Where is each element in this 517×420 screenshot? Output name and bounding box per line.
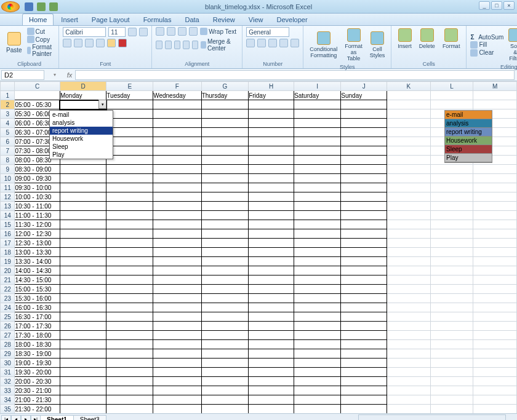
fx-icon[interactable]: fx [64,71,75,79]
row-header[interactable]: 9 [1,165,15,174]
data-cell[interactable] [201,202,249,211]
data-cell[interactable] [294,275,341,285]
data-cell[interactable] [249,294,294,303]
data-cell[interactable] [294,156,341,165]
time-slot-cell[interactable]: 13:30 - 14:00 [15,257,60,266]
data-cell[interactable] [249,202,294,211]
font-color-icon[interactable] [118,39,127,47]
data-cell[interactable] [294,331,341,340]
column-header[interactable]: H [249,82,294,91]
row-header[interactable]: 16 [1,229,15,239]
tab-review[interactable]: Review [207,14,241,25]
data-cell[interactable] [60,239,106,248]
data-cell[interactable] [106,303,153,312]
data-cell[interactable] [249,146,294,156]
data-cell[interactable] [249,239,294,248]
data-cell[interactable] [249,248,294,257]
data-cell[interactable] [106,128,153,137]
sheet-tab-sheet3[interactable]: Sheet3 [73,415,106,421]
data-cell[interactable] [249,349,294,359]
data-cell[interactable] [249,119,294,128]
row-header[interactable]: 27 [1,331,15,340]
data-cell[interactable] [341,395,387,405]
data-cell[interactable] [201,239,249,248]
data-cell[interactable] [294,266,341,275]
data-cell[interactable] [341,359,387,368]
data-cell[interactable] [341,239,387,248]
row-header[interactable]: 32 [1,377,15,386]
data-cell[interactable] [341,211,387,220]
data-cell[interactable] [294,211,341,220]
redo-icon[interactable] [49,2,58,11]
data-cell[interactable] [294,294,341,303]
data-cell[interactable] [60,349,106,359]
data-cell[interactable] [294,220,341,229]
data-cell[interactable] [249,285,294,294]
worksheet-area[interactable]: CDEFGHIJKLM1MondayTuesdayWednesdayThursd… [0,81,517,413]
data-cell[interactable] [153,100,201,109]
orientation-icon[interactable] [189,27,198,36]
column-header[interactable]: K [387,82,430,91]
data-cell[interactable] [106,322,153,331]
data-cell[interactable] [153,275,201,285]
data-cell[interactable] [201,405,249,414]
column-header[interactable]: E [106,82,153,91]
dropdown-option[interactable]: report writing [50,127,113,135]
row-header[interactable]: 31 [1,368,15,377]
data-cell[interactable] [106,275,153,285]
data-cell[interactable] [294,322,341,331]
data-cell[interactable] [249,156,294,165]
formula-bar[interactable] [75,70,515,80]
row-header[interactable]: 8 [1,156,15,165]
data-cell[interactable] [341,405,387,414]
data-cell[interactable] [106,229,153,239]
column-header[interactable]: L [430,82,473,91]
minimize-button[interactable]: _ [479,1,490,10]
data-cell[interactable] [106,156,153,165]
data-cell[interactable] [153,174,201,183]
data-cell[interactable] [60,202,106,211]
tab-insert[interactable]: Insert [55,14,84,25]
data-cell[interactable] [153,395,201,405]
row-header[interactable]: 35 [1,405,15,414]
time-slot-cell[interactable]: 10:00 - 10:30 [15,192,60,202]
data-cell[interactable] [249,128,294,137]
data-cell[interactable] [106,174,153,183]
conditional-formatting-button[interactable]: Conditional Formatting [307,30,340,60]
row-header[interactable]: 12 [1,192,15,202]
fill-button[interactable]: Fill [470,41,503,49]
data-cell[interactable] [341,257,387,266]
row-header[interactable]: 14 [1,211,15,220]
data-cell[interactable] [249,165,294,174]
data-cell[interactable] [294,248,341,257]
data-cell[interactable] [201,165,249,174]
time-slot-cell[interactable]: 17:00 - 17:30 [15,322,60,331]
data-cell[interactable] [106,211,153,220]
row-header[interactable]: 15 [1,220,15,229]
data-cell[interactable] [106,294,153,303]
day-header[interactable]: Tuesday [106,91,153,100]
data-cell[interactable] [106,146,153,156]
data-cell[interactable] [153,119,201,128]
time-slot-cell[interactable]: 16:30 - 17:00 [15,312,60,322]
shrink-font-icon[interactable] [139,28,148,36]
data-cell[interactable] [294,386,341,395]
tab-data[interactable]: Data [178,14,205,25]
row-header[interactable]: 24 [1,303,15,312]
data-cell[interactable] [294,174,341,183]
data-cell[interactable] [153,349,201,359]
data-cell[interactable] [249,377,294,386]
comma-icon[interactable] [268,39,277,47]
data-cell[interactable] [153,229,201,239]
time-slot-cell[interactable]: 08:30 - 09:00 [15,165,60,174]
currency-icon[interactable] [246,39,255,47]
time-slot-cell[interactable]: 10:30 - 11:00 [15,202,60,211]
insert-cells-button[interactable]: Insert [395,27,414,50]
data-cell[interactable] [249,183,294,192]
time-slot-cell[interactable]: 14:00 - 14:30 [15,266,60,275]
data-cell[interactable] [294,303,341,312]
day-header[interactable]: Thursday [201,91,249,100]
time-slot-cell[interactable]: 12:00 - 12:30 [15,229,60,239]
font-size-select[interactable]: 11 [108,27,126,37]
align-right-icon[interactable] [174,41,181,49]
